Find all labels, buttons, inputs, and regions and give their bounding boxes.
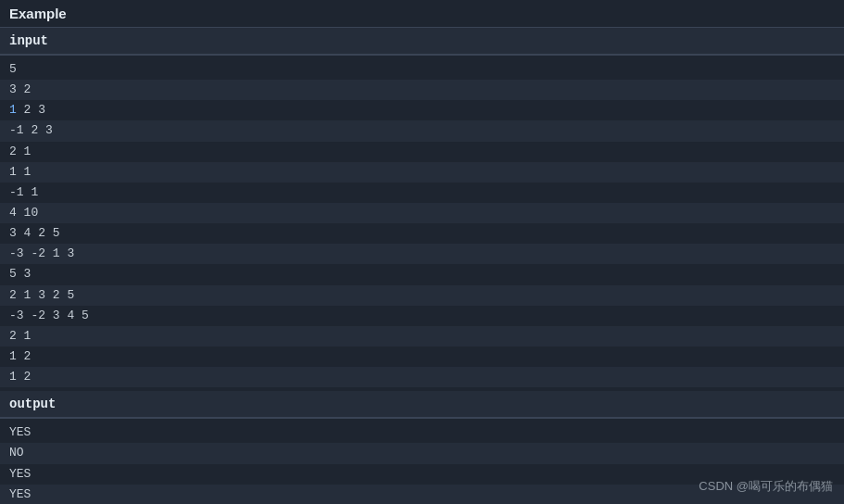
input-line: 4 10	[0, 203, 844, 223]
input-line: 2 1	[0, 326, 844, 346]
input-line: -3 -2 3 4 5	[0, 306, 844, 326]
input-line: 1 2	[0, 346, 844, 367]
input-line: -1 2 3	[0, 120, 844, 141]
main-container: Example input 53 21 2 3-1 2 32 11 1-1 14…	[0, 0, 844, 504]
input-header: input	[0, 28, 844, 55]
output-line: NO	[0, 443, 844, 463]
input-line: 1 2 3	[0, 100, 844, 120]
output-line: YES	[0, 422, 844, 443]
input-line: -1 1	[0, 183, 844, 203]
input-line: 5	[0, 59, 844, 80]
input-line: 5 3	[0, 264, 844, 284]
input-section: input 53 21 2 3-1 2 32 11 1-1 14 103 4 2…	[0, 28, 844, 391]
input-line: 2 1 3 2 5	[0, 285, 844, 306]
input-line: 2 1	[0, 142, 844, 162]
input-line: 1 2	[0, 367, 844, 387]
input-code-block: 53 21 2 3-1 2 32 11 1-1 14 103 4 2 5-3 -…	[0, 56, 844, 391]
input-line: -3 -2 1 3	[0, 244, 844, 264]
output-header: output	[0, 391, 844, 418]
watermark: CSDN @喝可乐的布偶猫	[699, 478, 833, 495]
page-title: Example	[0, 0, 844, 28]
input-line: 1 1	[0, 162, 844, 183]
input-line: 3 4 2 5	[0, 223, 844, 244]
input-line: 3 2	[0, 80, 844, 100]
